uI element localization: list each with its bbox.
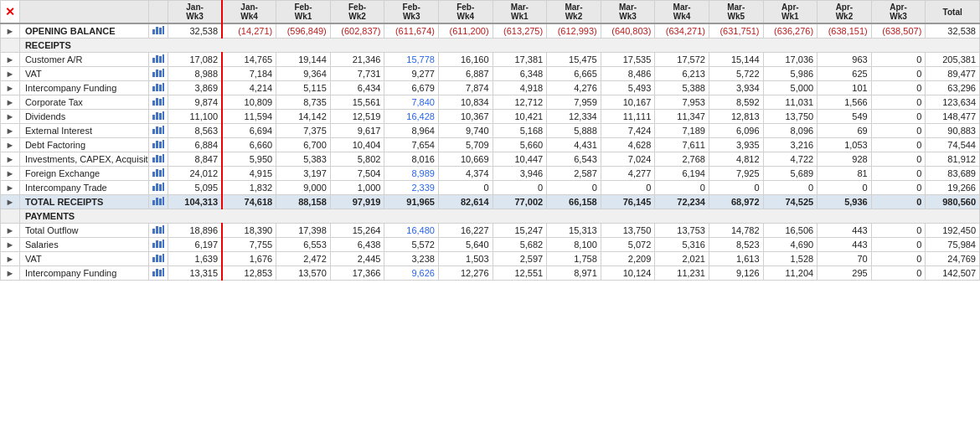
expand-icon[interactable]: ► (1, 167, 20, 181)
receipt-val-4-3: 12,519 (330, 110, 384, 124)
chart-icon[interactable] (152, 240, 164, 248)
receipt-val-5-5: 9,740 (438, 124, 493, 138)
chart-icon-cell-p-3[interactable] (149, 266, 168, 281)
receipt-val-9-1: 1,832 (222, 181, 276, 195)
chart-icon-cell[interactable] (149, 23, 168, 39)
x-button[interactable]: ✕ (1, 1, 20, 24)
chart-icon[interactable] (152, 254, 164, 262)
expand-icon[interactable]: ► (1, 252, 20, 266)
expand-icon[interactable]: ► (1, 53, 20, 67)
total-receipts-val-5: 82,614 (438, 195, 493, 209)
chart-icon[interactable] (152, 54, 164, 63)
payment-val-1-11: 4,690 (763, 238, 818, 252)
receipt-row: ►Intercompany Funding 3,8694,2145,1156,4… (1, 81, 980, 95)
chart-icon[interactable] (152, 140, 164, 148)
receipt-val-1-7: 6,665 (547, 67, 601, 81)
chart-icon[interactable] (152, 197, 164, 205)
chart-icon-cell-8[interactable] (149, 167, 168, 181)
svg-rect-4 (152, 58, 155, 63)
receipt-val-6-9: 7,611 (655, 138, 709, 152)
chart-icon[interactable] (152, 97, 164, 106)
svg-rect-27 (162, 126, 164, 134)
expand-icon[interactable]: ► (1, 23, 20, 39)
receipt-val-1-1: 7,184 (222, 67, 276, 81)
chart-icon-cell-p-2[interactable] (149, 252, 168, 266)
chart-icon-cell-7[interactable] (149, 152, 168, 167)
expand-icon[interactable]: ► (1, 266, 20, 281)
opening-balance-val-1: (14,271) (222, 23, 276, 39)
receipt-val-4-5: 10,367 (438, 110, 493, 124)
payment-val-1-2: 6,553 (276, 238, 331, 252)
receipt-row: ►Foreign Exchange 24,0124,9153,1977,5048… (1, 167, 980, 181)
col-header-apr-wk3: Apr-Wk3 (871, 1, 926, 24)
chart-icon[interactable] (152, 126, 164, 134)
svg-rect-50 (159, 227, 162, 234)
chart-icon[interactable] (152, 83, 164, 91)
payment-val-0-0: 18,896 (168, 224, 223, 238)
receipt-val-3-11: 11,031 (763, 95, 818, 110)
chart-icon[interactable] (152, 225, 164, 234)
receipt-val-6-7: 4,431 (547, 138, 601, 152)
expand-icon[interactable]: ► (1, 81, 20, 95)
col-header-apr-wk1: Apr-Wk1 (763, 1, 818, 24)
chart-icon-cell-9[interactable] (149, 181, 168, 195)
expand-icon[interactable]: ► (1, 110, 20, 124)
chart-icon-cell[interactable] (149, 195, 168, 209)
expand-icon[interactable]: ► (1, 67, 20, 81)
chart-icon-cell-2[interactable] (149, 81, 168, 95)
chart-icon[interactable] (152, 268, 164, 276)
col-header-mar-wk1: Mar-Wk1 (493, 1, 547, 24)
expand-icon[interactable]: ► (1, 195, 20, 209)
receipt-val-6-6: 5,660 (493, 138, 547, 152)
payment-val-0-8: 13,750 (601, 224, 655, 238)
chart-icon[interactable] (152, 154, 164, 162)
expand-icon[interactable]: ► (1, 238, 20, 252)
payment-val-2-0: 1,639 (168, 252, 223, 266)
opening-balance-val-4: (611,674) (384, 23, 439, 39)
chart-icon-cell-p-1[interactable] (149, 238, 168, 252)
receipt-val-7-4: 8,016 (384, 152, 439, 167)
expand-icon[interactable] (1, 39, 20, 53)
expand-icon[interactable]: ► (1, 181, 20, 195)
chart-icon[interactable] (152, 69, 164, 77)
chart-icon-cell-5[interactable] (149, 124, 168, 138)
chart-icon[interactable] (152, 183, 164, 191)
expand-icon[interactable]: ► (1, 95, 20, 110)
receipt-val-7-7: 6,543 (547, 152, 601, 167)
svg-rect-34 (159, 156, 162, 162)
chart-icon[interactable] (152, 168, 164, 177)
receipt-val-5-8: 7,424 (601, 124, 655, 138)
col-header-mar-wk2: Mar-Wk2 (547, 1, 601, 24)
payment-val-3-6: 12,551 (493, 266, 547, 281)
chart-icon-cell-0[interactable] (149, 53, 168, 67)
svg-rect-5 (156, 55, 158, 63)
chart-icon[interactable] (152, 111, 164, 120)
receipt-val-7-14: 81,912 (926, 152, 980, 167)
chart-icon[interactable] (152, 26, 164, 34)
receipt-val-3-2: 8,735 (276, 95, 331, 110)
payment-label-2: VAT (19, 252, 148, 266)
payment-val-1-14: 75,984 (926, 238, 980, 252)
opening-balance-val-8: (640,803) (601, 23, 655, 39)
payment-val-1-1: 7,755 (222, 238, 276, 252)
svg-rect-56 (152, 257, 155, 262)
receipt-val-2-4: 6,679 (384, 81, 439, 95)
total-receipts-val-7: 66,158 (547, 195, 601, 209)
opening-balance-val-13: (638,507) (871, 23, 926, 39)
chart-icon-cell-6[interactable] (149, 138, 168, 152)
expand-icon[interactable]: ► (1, 224, 20, 238)
expand-icon[interactable]: ► (1, 138, 20, 152)
receipt-val-2-0: 3,869 (168, 81, 223, 95)
expand-icon[interactable] (1, 209, 20, 224)
svg-rect-57 (156, 255, 158, 262)
expand-icon[interactable]: ► (1, 124, 20, 138)
chart-icon-cell-3[interactable] (149, 95, 168, 110)
chart-icon-cell-4[interactable] (149, 110, 168, 124)
chart-icon-cell-1[interactable] (149, 67, 168, 81)
opening-balance-val-3: (602,837) (330, 23, 384, 39)
svg-rect-41 (156, 183, 158, 191)
payment-val-0-3: 15,264 (330, 224, 384, 238)
chart-icon-cell-p-0[interactable] (149, 224, 168, 238)
expand-icon[interactable]: ► (1, 152, 20, 167)
payment-val-2-9: 2,021 (655, 252, 709, 266)
